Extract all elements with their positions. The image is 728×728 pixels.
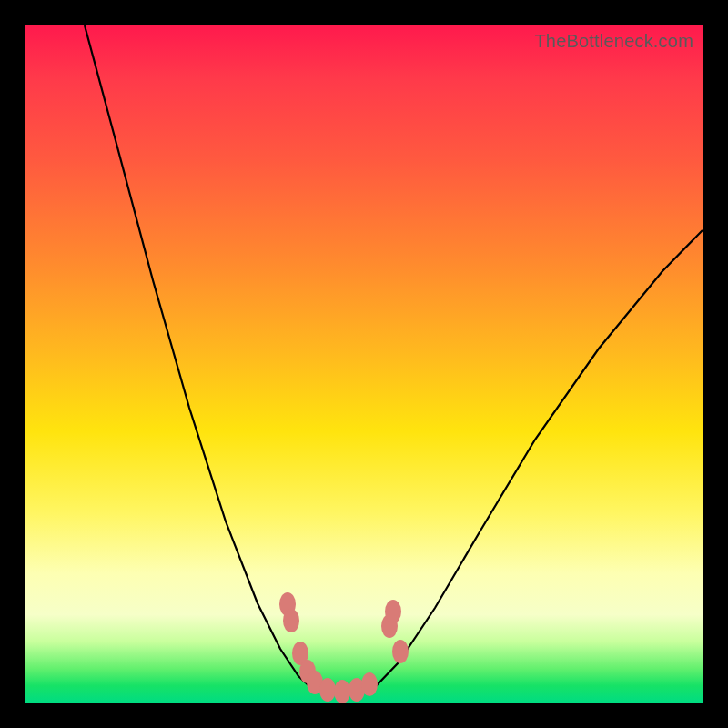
valley-marker <box>361 672 378 696</box>
valley-marker <box>319 678 336 702</box>
valley-marker <box>385 600 401 623</box>
valley-marker <box>392 640 409 663</box>
valley-markers <box>279 592 409 703</box>
plot-area: TheBottleneck.com <box>25 25 703 703</box>
chart-frame: TheBottleneck.com <box>0 0 728 728</box>
valley-marker <box>334 680 350 703</box>
valley-marker <box>283 609 299 632</box>
curve-path <box>85 25 703 693</box>
bottleneck-curve <box>25 25 703 703</box>
